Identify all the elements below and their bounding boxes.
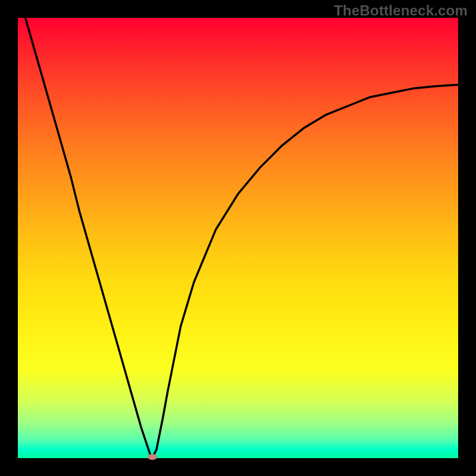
watermark-text: TheBottleneck.com <box>334 2 468 19</box>
minimum-marker <box>148 454 157 460</box>
chart-frame: TheBottleneck.com <box>0 0 476 476</box>
plot-gradient-area <box>18 18 458 458</box>
bottleneck-curve <box>18 18 458 458</box>
curve-svg <box>18 18 458 458</box>
